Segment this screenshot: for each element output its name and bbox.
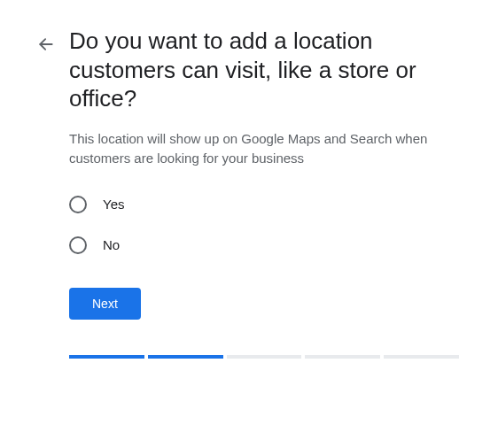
radio-circle-icon	[69, 236, 87, 254]
main-content: Do you want to add a location customers …	[69, 27, 459, 359]
next-button[interactable]: Next	[69, 288, 141, 320]
progress-segment	[305, 355, 380, 359]
progress-segment	[384, 355, 459, 359]
page-subtext: This location will show up on Google Map…	[69, 129, 459, 169]
radio-option-yes[interactable]: Yes	[69, 196, 459, 213]
radio-label-no: No	[103, 237, 120, 252]
arrow-left-icon	[37, 35, 55, 53]
radio-group: Yes No	[69, 196, 459, 254]
back-button[interactable]	[35, 34, 57, 55]
progress-segment	[69, 355, 144, 359]
radio-label-yes: Yes	[103, 197, 124, 212]
radio-circle-icon	[69, 196, 87, 213]
page-heading: Do you want to add a location customers …	[69, 27, 459, 113]
progress-segment	[148, 355, 223, 359]
progress-bar	[69, 355, 459, 359]
progress-segment	[227, 355, 302, 359]
radio-option-no[interactable]: No	[69, 236, 459, 254]
